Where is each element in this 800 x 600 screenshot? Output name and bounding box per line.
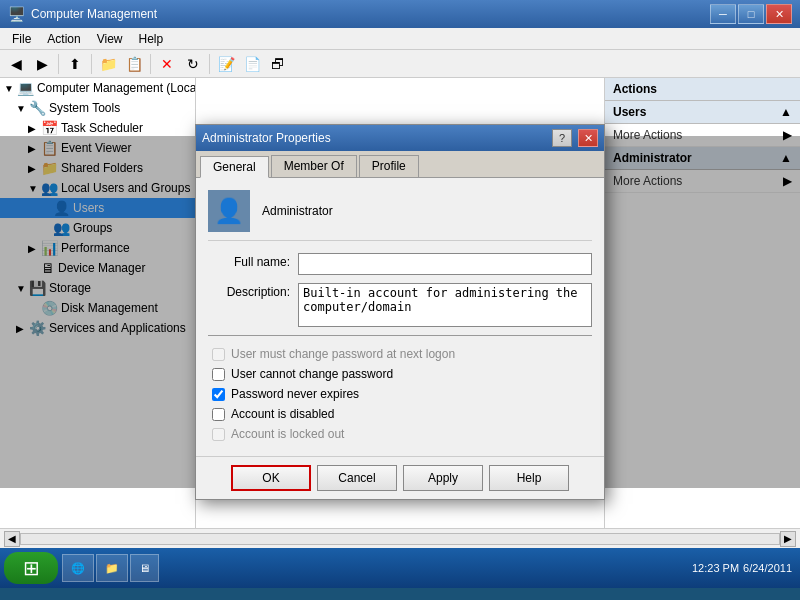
account-locked-out-checkbox[interactable] xyxy=(212,428,225,441)
description-input[interactable] xyxy=(298,283,592,327)
toolbar: ◀ ▶ ⬆ 📁 📋 ✕ ↻ 📝 📄 🗗 xyxy=(0,50,800,78)
help-button[interactable]: Help xyxy=(489,465,569,491)
toolbar-separator-3 xyxy=(150,54,151,74)
minimize-button[interactable]: ─ xyxy=(710,4,736,24)
menu-bar: File Action View Help xyxy=(0,28,800,50)
users-section-title: Users xyxy=(613,105,646,119)
window-title: Computer Management xyxy=(31,7,157,21)
computer-icon: 💻 xyxy=(17,80,34,96)
scroll-right-button[interactable]: ▶ xyxy=(780,531,796,547)
user-icon-glyph: 👤 xyxy=(214,197,244,225)
sidebar-label-system-tools: System Tools xyxy=(49,101,120,115)
tools-icon: 🔧 xyxy=(29,100,46,116)
taskbar-items: 🌐 📁 🖥 xyxy=(62,554,692,582)
full-name-row: Full name: xyxy=(208,253,592,275)
taskbar-screen-button[interactable]: 🖥 xyxy=(130,554,159,582)
full-name-label: Full name: xyxy=(208,253,298,269)
taskbar: ⊞ 🌐 📁 🖥 12:23 PM 6/24/2011 xyxy=(0,548,800,588)
description-row: Description: xyxy=(208,283,592,327)
console-button[interactable]: 📝 xyxy=(214,53,238,75)
taskbar-folder-button[interactable]: 📁 xyxy=(96,554,128,582)
user-display-name: Administrator xyxy=(262,204,333,218)
separator xyxy=(208,335,592,336)
window-close-button[interactable]: ✕ xyxy=(766,4,792,24)
toolbar-separator-2 xyxy=(91,54,92,74)
expand-arrow: ▼ xyxy=(4,83,14,94)
dialog-close-button[interactable]: ✕ xyxy=(578,129,598,147)
sidebar-item-computer-management[interactable]: ▼ 💻 Computer Management (Local xyxy=(0,78,195,98)
menu-action[interactable]: Action xyxy=(39,30,88,48)
account-disabled-checkbox[interactable] xyxy=(212,408,225,421)
dialog-title: Administrator Properties xyxy=(202,131,331,145)
scroll-left-button[interactable]: ◀ xyxy=(4,531,20,547)
scroll-area: ◀ ▶ xyxy=(0,531,800,547)
sidebar-item-task-scheduler[interactable]: ▶ 📅 Task Scheduler xyxy=(0,118,195,138)
taskbar-date: 6/24/2011 xyxy=(743,562,792,574)
tab-member-of[interactable]: Member Of xyxy=(271,155,357,177)
window-controls: ─ □ ✕ xyxy=(710,4,792,24)
tab-general[interactable]: General xyxy=(200,156,269,178)
sidebar-label-computer-management: Computer Management (Local xyxy=(37,81,196,95)
full-name-input[interactable] xyxy=(298,253,592,275)
users-collapse-icon: ▲ xyxy=(780,105,792,119)
cancel-button[interactable]: Cancel xyxy=(317,465,397,491)
menu-file[interactable]: File xyxy=(4,30,39,48)
toolbar-separator xyxy=(58,54,59,74)
modal-overlay: Administrator Properties ? ✕ General Mem… xyxy=(0,136,800,488)
menu-help[interactable]: Help xyxy=(131,30,172,48)
checkbox-account-disabled: Account is disabled xyxy=(208,404,592,424)
password-never-expires-checkbox[interactable] xyxy=(212,388,225,401)
taskbar-ie-button[interactable]: 🌐 xyxy=(62,554,94,582)
toolbar-separator-4 xyxy=(209,54,210,74)
password-never-expires-label: Password never expires xyxy=(231,387,359,401)
cannot-change-password-label: User cannot change password xyxy=(231,367,393,381)
maximize-button[interactable]: □ xyxy=(738,4,764,24)
new-window-button[interactable]: 🗗 xyxy=(266,53,290,75)
refresh-button[interactable]: ↻ xyxy=(181,53,205,75)
account-locked-out-label: Account is locked out xyxy=(231,427,344,441)
description-label: Description: xyxy=(208,283,298,299)
taskbar-time: 12:23 PM xyxy=(692,562,739,574)
status-bar: ◀ ▶ xyxy=(0,528,800,548)
ok-button[interactable]: OK xyxy=(231,465,311,491)
user-avatar: 👤 xyxy=(208,190,250,232)
dialog-title-bar: Administrator Properties ? ✕ xyxy=(196,125,604,151)
actions-header: Actions xyxy=(605,78,800,101)
dialog-tabs: General Member Of Profile xyxy=(196,151,604,178)
expand-arrow-2: ▼ xyxy=(16,103,26,114)
cannot-change-password-checkbox[interactable] xyxy=(212,368,225,381)
up-button[interactable]: ⬆ xyxy=(63,53,87,75)
must-change-password-checkbox[interactable] xyxy=(212,348,225,361)
forward-button[interactable]: ▶ xyxy=(30,53,54,75)
account-disabled-label: Account is disabled xyxy=(231,407,334,421)
checkbox-password-never-expires: Password never expires xyxy=(208,384,592,404)
start-button[interactable]: ⊞ xyxy=(4,552,58,584)
delete-button[interactable]: ✕ xyxy=(155,53,179,75)
sidebar-item-system-tools[interactable]: ▼ 🔧 System Tools xyxy=(0,98,195,118)
title-bar: 🖥️ Computer Management ─ □ ✕ xyxy=(0,0,800,28)
back-button[interactable]: ◀ xyxy=(4,53,28,75)
tab-profile[interactable]: Profile xyxy=(359,155,419,177)
checkbox-cannot-change-password: User cannot change password xyxy=(208,364,592,384)
dialog: Administrator Properties ? ✕ General Mem… xyxy=(195,124,605,500)
scrollbar-track[interactable] xyxy=(20,533,780,545)
actions-title: Actions xyxy=(613,82,657,96)
user-info-section: 👤 Administrator xyxy=(208,190,592,241)
apply-button[interactable]: Apply xyxy=(403,465,483,491)
expand-arrow-3: ▶ xyxy=(28,123,38,134)
dialog-footer: OK Cancel Apply Help xyxy=(196,456,604,499)
taskbar-right: 12:23 PM 6/24/2011 xyxy=(692,562,796,574)
show-hide-button[interactable]: 📁 xyxy=(96,53,120,75)
dialog-help-icon[interactable]: ? xyxy=(552,129,572,147)
checkbox-account-locked-out: Account is locked out xyxy=(208,424,592,444)
dialog-title-controls: ? ✕ xyxy=(552,129,598,147)
scheduler-icon: 📅 xyxy=(41,120,58,136)
console-btn2[interactable]: 📄 xyxy=(240,53,264,75)
sidebar-label-task-scheduler: Task Scheduler xyxy=(61,121,143,135)
menu-view[interactable]: View xyxy=(89,30,131,48)
dialog-body: 👤 Administrator Full name: Description: xyxy=(196,178,604,456)
must-change-password-label: User must change password at next logon xyxy=(231,347,455,361)
properties-button[interactable]: 📋 xyxy=(122,53,146,75)
users-section-header: Users ▲ xyxy=(605,101,800,124)
checkbox-must-change-password: User must change password at next logon xyxy=(208,344,592,364)
